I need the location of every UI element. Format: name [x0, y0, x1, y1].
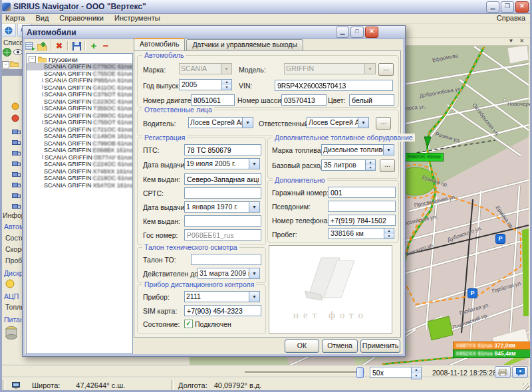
valid-until-picker[interactable]: 31 марта 2009 г.▼	[198, 268, 260, 279]
playback-slider-track[interactable]	[245, 371, 364, 373]
field-label: Кем выдан:	[143, 217, 180, 225]
phone-field[interactable]	[328, 215, 396, 226]
driver-combo[interactable]: Лосев Сергей Анатоль▼	[188, 117, 253, 128]
field-label: VIN:	[239, 82, 252, 90]
parking-icon[interactable]: P	[467, 288, 477, 298]
engine-number-field[interactable]	[191, 94, 235, 106]
model-browse-button[interactable]: ...	[378, 63, 394, 76]
srts-field[interactable]	[184, 187, 261, 199]
field-label: Пробег:	[272, 231, 297, 239]
tree-item-vehicle[interactable]: SCANIA GRIFFIN С376ОТ 61rus	[27, 91, 132, 98]
message-button[interactable]	[512, 366, 528, 378]
tree-item-vehicle[interactable]: SCANIA GRIFFIN Х547ОХ 161rus	[27, 182, 132, 189]
year-stepper[interactable]: 2005▲▼	[179, 79, 232, 90]
ok-button[interactable]: ОК	[285, 340, 319, 353]
delete-button[interactable]: ✖	[53, 40, 65, 52]
dialog-minimize-button[interactable]: ▁	[336, 27, 349, 38]
menu-view[interactable]: Вид	[30, 13, 54, 23]
chevron-down-icon: ▼	[221, 64, 231, 74]
save-button[interactable]	[70, 40, 82, 52]
globe-icon[interactable]	[3, 48, 11, 56]
tree-item-vehicle[interactable]: SCANIA GRIFFIN С755ОЕ 61rus	[27, 70, 132, 78]
connected-checkbox[interactable]: ✓	[184, 320, 193, 328]
vin-field[interactable]	[275, 80, 393, 91]
field-label: Модель:	[239, 66, 266, 74]
field-label: Базовый расход:	[272, 161, 327, 169]
persons-browse-button[interactable]: ...	[376, 117, 391, 130]
ticket-field[interactable]	[191, 254, 261, 265]
tree-item-vehicle[interactable]: SCANIA GRIFFIN С755ОТ 61rus	[27, 119, 132, 126]
parking-icon[interactable]: P	[495, 234, 505, 244]
info-row-label: Топлив	[5, 303, 23, 311]
print-button[interactable]	[495, 366, 511, 378]
checkbox-label: Подключен	[195, 320, 231, 328]
restore-button[interactable]: ❐	[501, 1, 514, 13]
resize-grip[interactable]	[523, 383, 529, 390]
spin-up-icon[interactable]: ▲	[412, 367, 421, 373]
import-button[interactable]	[36, 40, 48, 52]
tree-item-vehicle[interactable]: SCANIA GRIFFIN О577АУ 61rus	[27, 154, 132, 161]
tree-item-vehicle[interactable]: SCANIA GRIFFIN С799ОВ 61rus	[27, 140, 132, 147]
mileage-stepper[interactable]: 338166 км▲▼	[328, 228, 394, 239]
field-label: Марка:	[143, 66, 166, 74]
tree-item-vehicle[interactable]: SCANIA GRIFFIN С224ОС 61rus	[27, 161, 132, 168]
tree-item-vehicle[interactable]: SCANIA GRIFFIN Е068ВХ 161rus	[27, 147, 132, 154]
responsible-combo[interactable]: Лосев Сергей Анатоль▼	[307, 117, 369, 128]
group-label: Автомобиль	[142, 51, 186, 59]
collapse-icon[interactable]: −	[29, 56, 36, 63]
map-dropdown-icon[interactable]: ▼	[507, 38, 515, 45]
tree-item-vehicle[interactable]: SCANIA GRIFFIN Х748ХХ 161rus	[27, 168, 132, 175]
vehicle-tree[interactable]: − Грузовики SCANIA GRIFFIN С776ОС 61rusS…	[26, 53, 133, 354]
menu-tools[interactable]: Инструменты	[109, 13, 166, 23]
issue-date-picker[interactable]: 19 июля 2005 г.▼	[184, 158, 260, 169]
map-close-icon[interactable]: ✕	[517, 38, 526, 45]
tree-item-vehicle[interactable]: SCANIA GRIFFIN С776ОС 61rus	[27, 63, 132, 70]
color-field[interactable]	[349, 94, 394, 106]
tree-item-vehicle[interactable]: SCANIA GRIFFIN С721ОС 61rus	[27, 126, 132, 134]
speed-spinbox[interactable]: ▲▼	[370, 367, 420, 377]
spin-down-icon[interactable]: ▼	[412, 373, 421, 379]
map-mode-button[interactable]	[1, 23, 16, 37]
tree-item-vehicle[interactable]: SCANIA GRIFFIN С149ОХ 161rus	[27, 133, 132, 140]
srts-issued-by-field[interactable]	[184, 215, 261, 227]
close-button[interactable]: ✕	[515, 1, 529, 13]
eye-icon[interactable]	[13, 49, 23, 55]
add-button[interactable]: +	[88, 40, 100, 52]
dialog-maximize-button[interactable]: □	[350, 27, 364, 38]
speed-field[interactable]	[370, 367, 412, 378]
tree-item-vehicle[interactable]: SCANIA GRIFFIN Т355ОС 61rus	[27, 105, 132, 112]
track-label-green[interactable]: Х652ХХ 61rus 845,4км	[453, 349, 531, 358]
device-combo[interactable]: 2111▼	[184, 291, 260, 302]
menu-help[interactable]: Справка	[490, 13, 532, 23]
fuel-browse-button[interactable]: ...	[380, 159, 395, 172]
dialog-close-button[interactable]: ✕	[365, 27, 378, 38]
tree-item-vehicle[interactable]: SCANIA GRIFFIN Р955АА 61rus	[27, 77, 132, 84]
pts-field[interactable]	[184, 144, 261, 155]
tree-item-vehicle[interactable]: SCANIA GRIFFIN С411ОС 61rus	[27, 84, 132, 92]
menu-directories[interactable]: Справочники	[54, 13, 109, 23]
tree-expander[interactable]: −	[2, 61, 9, 68]
tree-root-row[interactable]: − Грузовики	[27, 54, 132, 63]
tab-vehicle[interactable]: Автомобиль	[134, 38, 185, 50]
sim-field[interactable]	[184, 305, 261, 316]
alias-field[interactable]	[328, 201, 396, 212]
fuel-rate-stepper[interactable]: 35 литров▲▼	[321, 159, 376, 171]
plate-number-field[interactable]	[184, 229, 261, 241]
chassis-number-field[interactable]	[281, 94, 327, 106]
fuel-type-combo[interactable]: Дизельное топливо▼	[321, 144, 394, 155]
apply-button[interactable]: Применить	[360, 340, 400, 353]
vehicle-map-label[interactable]: Х982ОС 61rus	[404, 153, 444, 161]
tree-item-vehicle[interactable]: SCANIA GRIFFIN С299ОС 61rus	[27, 112, 132, 120]
issued-by-field[interactable]	[184, 173, 261, 185]
playback-slider-thumb[interactable]	[356, 367, 364, 378]
list-button[interactable]	[24, 40, 36, 52]
cancel-button[interactable]: Отмена	[322, 340, 358, 353]
tree-item-vehicle[interactable]: SCANIA GRIFFIN С218ОС 61rus	[27, 175, 132, 182]
tab-sensors[interactable]: Датчики и управляемые выходы	[186, 39, 303, 50]
remove-button[interactable]: −	[100, 40, 112, 52]
tree-item-vehicle[interactable]: SCANIA GRIFFIN С223ОС 61rus	[27, 98, 132, 106]
garage-number-field[interactable]	[328, 187, 396, 198]
minimize-button[interactable]: ▁	[486, 1, 499, 13]
menu-map[interactable]: Карта	[0, 13, 30, 23]
srts-date-picker[interactable]: 1 января 1970 г.▼	[184, 201, 260, 213]
